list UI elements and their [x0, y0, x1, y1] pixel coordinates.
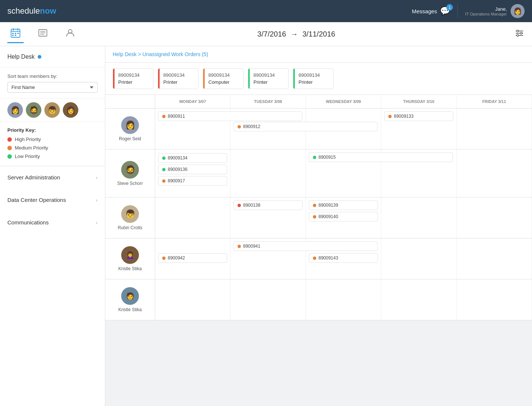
breadcrumb-parent[interactable]: Help Desk — [113, 51, 137, 57]
grid-cell-kristle1-fri[interactable] — [457, 238, 532, 279]
sidebar-item-data-center[interactable]: Data Center Operations › — [0, 189, 105, 211]
work-order-item[interactable]: 8900915 — [309, 152, 453, 162]
svg-rect-5 — [15, 33, 16, 34]
card-number: 89009134 — [208, 72, 238, 78]
work-order-item[interactable]: 89009133 — [384, 111, 453, 121]
grid-cell-rubin-tue[interactable]: 8900138 — [231, 197, 306, 238]
team-avatar-roger: 👩 — [121, 116, 139, 134]
priority-dot — [162, 179, 166, 183]
list-icon[interactable] — [35, 25, 51, 43]
help-desk-label: Help Desk — [7, 54, 35, 60]
grid-cell-kristle2-fri[interactable] — [457, 279, 532, 320]
work-order-item[interactable]: 89009134 — [158, 153, 227, 163]
grid-cell-rubin-thu[interactable] — [381, 197, 457, 238]
card-type: Printer — [299, 79, 328, 85]
grid-cell-rubin-mon[interactable] — [155, 197, 231, 238]
work-order-card[interactable]: 89009134 Computer — [203, 68, 243, 89]
work-order-item[interactable]: 8900917 — [158, 176, 227, 186]
user-info: Jane, IT Operations Manager 👩 — [457, 4, 525, 18]
messages-label: Messages — [412, 8, 437, 14]
work-order-card[interactable]: 89009134 Printer — [158, 68, 198, 89]
breadcrumb-separator: > — [138, 51, 142, 57]
sort-section: Sort team members by: First Name — [0, 68, 105, 99]
sidebar: Help Desk Sort team members by: First Na… — [0, 46, 105, 406]
header-mon: MONDAY 3/07 — [155, 95, 231, 108]
work-order-number: 8900911 — [168, 114, 185, 119]
calendar-icon[interactable] — [7, 25, 24, 43]
header-thu: THURSDAY 3/10 — [381, 95, 457, 108]
grid-cell-steve-tue[interactable] — [231, 149, 306, 197]
grid-cell-kristle2-thu[interactable] — [381, 279, 457, 320]
priority-title: Priority Key: — [7, 127, 98, 133]
user-role: IT Operations Manager — [465, 12, 507, 16]
team-avatar-kristle1: 👩‍🦱 — [121, 246, 139, 264]
help-desk-title: Help Desk — [7, 54, 98, 60]
date-range: 3/7/2016 → 3/11/2016 — [78, 30, 514, 38]
work-order-item[interactable]: 8900941 — [233, 241, 378, 251]
grid-cell-kristle2-wed[interactable] — [306, 279, 381, 320]
grid-cell-kristle2-mon[interactable] — [155, 279, 231, 320]
team-member-avatar[interactable]: 👩 — [7, 102, 23, 118]
sort-label: Sort team members by: — [7, 73, 98, 79]
grid-cell-kristle2-tue[interactable] — [231, 279, 306, 320]
work-order-card[interactable]: 89009134 Printer — [293, 68, 334, 89]
work-order-item[interactable]: 89009136 — [158, 165, 227, 174]
team-member-label: 👩‍🦱 Kristle Stika — [105, 238, 155, 279]
priority-dot — [313, 156, 316, 159]
grid-cell-rubin-wed[interactable]: 89009139 89009140 — [306, 197, 381, 238]
work-order-card[interactable]: 89009134 Printer — [248, 68, 289, 89]
schedule-row-kristle1: 👩‍🦱 Kristle Stika 8900942 — [105, 238, 532, 279]
grid-cell-steve-fri[interactable] — [457, 149, 532, 197]
priority-dot — [313, 215, 316, 219]
work-order-item[interactable]: 89009143 — [309, 253, 378, 263]
messages-button[interactable]: Messages 💬 1 — [412, 6, 450, 16]
date-arrow: → — [290, 30, 298, 38]
filter-icon[interactable] — [514, 28, 525, 40]
svg-rect-7 — [12, 35, 14, 36]
svg-rect-6 — [17, 33, 19, 34]
work-order-item[interactable]: 89009140 — [309, 212, 378, 221]
grid-cell-kristle1-thu[interactable] — [381, 238, 457, 279]
person-icon[interactable] — [62, 25, 78, 43]
date-start: 3/7/2016 — [258, 30, 286, 38]
grid-cell-steve-wed[interactable]: 8900915 — [306, 149, 381, 197]
priority-dot — [313, 204, 316, 207]
team-member-avatar[interactable]: 👦 — [44, 102, 60, 118]
grid-cell-roger-thu[interactable]: 89009133 — [381, 109, 457, 149]
card-type: Printer — [118, 79, 148, 85]
priority-dot — [162, 156, 166, 160]
sidebar-item-communications[interactable]: Communications › — [0, 211, 105, 234]
sort-select[interactable]: First Name — [7, 82, 98, 93]
work-order-item[interactable]: 8900138 — [233, 200, 303, 210]
priority-dot — [238, 125, 241, 128]
grid-cell-roger-mon[interactable]: 8900911 — [155, 109, 231, 149]
team-member-avatar[interactable]: 🧔 — [26, 102, 41, 118]
priority-dot — [162, 115, 166, 118]
grid-cell-roger-fri[interactable] — [457, 109, 532, 149]
work-order-card[interactable]: 89009134 Printer — [113, 68, 153, 89]
logo-now: now — [40, 6, 56, 16]
work-order-item[interactable]: 8900912 — [233, 122, 378, 131]
work-order-number: 8900917 — [168, 178, 185, 183]
main-content: Help Desk > Unassigned Work Orders (5) 8… — [105, 46, 532, 406]
sidebar-item-server-admin[interactable]: Server Administration › — [0, 166, 105, 189]
work-order-item[interactable]: 8900911 — [158, 111, 302, 121]
team-name-roger: Roger Seid — [119, 136, 141, 141]
grid-cell-rubin-fri[interactable] — [457, 197, 532, 238]
communications-label: Communications — [7, 219, 49, 226]
work-order-number: 8900941 — [243, 244, 260, 249]
work-order-item[interactable]: 89009139 — [309, 200, 378, 210]
priority-dot — [162, 257, 166, 260]
unassigned-work-orders: 89009134 Printer 89009134 Printer 890091… — [105, 63, 532, 95]
grid-cell-kristle1-mon[interactable]: 8900942 — [155, 238, 231, 279]
work-order-number: 89009136 — [168, 167, 187, 172]
grid-header: MONDAY 3/07 TUESDAY 3/08 WEDNESDAY 3/09 … — [105, 95, 532, 109]
team-name-steve: Steve Schorr — [117, 181, 143, 186]
grid-cell-kristle1-tue[interactable]: 8900941 — [231, 238, 306, 279]
team-member-avatar[interactable]: 👩 — [63, 102, 78, 118]
grid-cell-steve-mon[interactable]: 89009134 89009136 8900917 — [155, 149, 231, 197]
work-order-number: 8900915 — [318, 155, 336, 160]
work-order-item[interactable]: 8900942 — [158, 253, 227, 263]
work-order-number: 8900942 — [168, 255, 185, 261]
work-order-number: 8900138 — [243, 203, 260, 208]
